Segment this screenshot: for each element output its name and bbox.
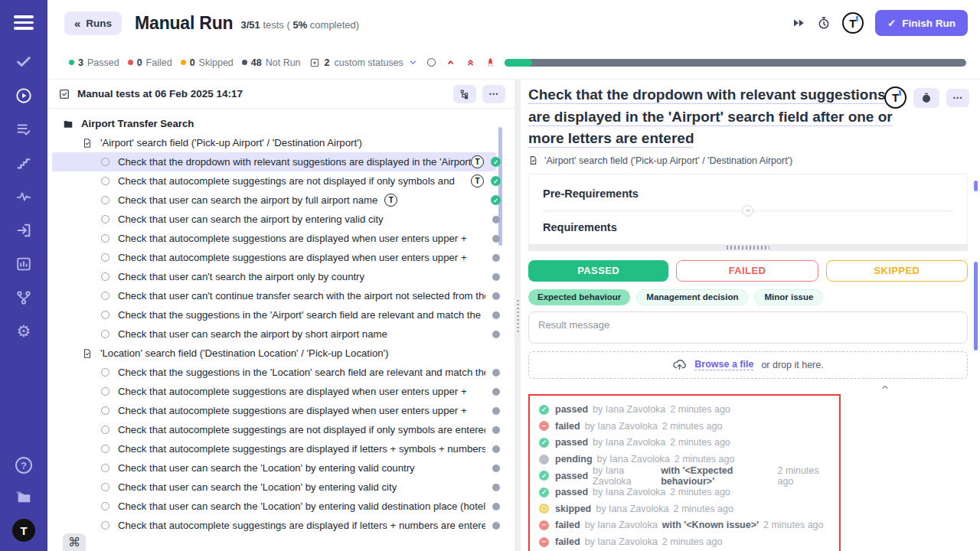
tree-row[interactable]: Check that autocomplete suggestings are … [47,516,514,535]
test-select-radio[interactable] [101,311,109,319]
status-notrun-icon [492,292,500,300]
tree-row[interactable]: 'Location' search field ('Destination Lo… [47,344,514,363]
tree-row[interactable]: Check that autocomplete suggestings are … [47,420,514,439]
section-resize-handle[interactable] [528,244,968,251]
panel-resize-gutter[interactable] [514,80,521,551]
back-to-runs-button[interactable]: « Runs [64,11,122,35]
tree-row[interactable]: Check that user can search the 'Location… [47,478,514,497]
tests-check-icon[interactable] [15,53,34,72]
tree-row[interactable]: Check that autocomplete suggestions are … [47,401,514,420]
tree-row[interactable]: Check that autocomplete suggestions are … [47,248,514,267]
status-notrun-icon [492,311,500,319]
test-select-radio[interactable] [101,330,109,338]
test-tree: Airport Transfer Search ✓ 'Airport' sea [47,109,514,551]
inbox-import-icon[interactable] [15,221,34,240]
test-select-radio[interactable] [101,196,109,204]
keyboard-shortcut-button[interactable]: ⌘ [63,533,86,551]
status-notrun-icon [492,426,500,434]
tree-row[interactable]: Check that autocomplete suggestions are … [47,229,514,248]
tree-row-label: Check that user can search the airport b… [118,194,377,206]
test-select-radio[interactable] [101,425,109,434]
reports-chart-icon[interactable] [15,255,34,274]
double-chevron-up-icon[interactable] [466,57,475,67]
test-select-radio[interactable] [101,234,109,243]
tree-panel-title: Manual tests at 06 Feb 2025 14:17 [77,88,243,99]
test-select-radio[interactable] [101,253,109,262]
shared-steps-icon[interactable] [15,154,34,173]
history-time: 2 minutes ago [670,404,730,415]
browse-file-link[interactable]: Browse a file [694,359,753,370]
failed-button[interactable]: FAILED [676,260,818,282]
test-plans-icon[interactable] [15,120,34,139]
result-tag[interactable]: Management decision [636,289,748,305]
tree-row[interactable]: Airport Transfer Search ✓ [47,114,514,133]
passed-button[interactable]: PASSED [528,260,668,282]
chevron-up-icon[interactable] [880,383,890,392]
tree-row[interactable]: Check that user can search the 'Location… [47,497,514,516]
activity-pulse-icon[interactable] [15,187,34,207]
skipped-button[interactable]: SKIPPED [826,260,968,282]
tree-row[interactable]: Check that user can't search the airport… [47,267,514,286]
runs-play-icon[interactable] [15,86,34,106]
detail-scrollbar-thumb[interactable] [974,262,978,350]
finish-run-button[interactable]: ✓ Finish Run [875,10,968,36]
tree-row[interactable]: Check that user can search the 'Location… [47,458,514,478]
tree-row[interactable]: Check that autocomplete suggestings are … [47,439,514,458]
test-select-radio[interactable] [101,483,109,491]
test-select-radio[interactable] [101,464,109,472]
rocket-icon[interactable] [485,57,495,67]
collapse-section-button[interactable] [742,205,753,217]
test-select-radio[interactable] [101,521,109,530]
timer-button[interactable] [913,88,939,108]
tree-row[interactable]: Check that user can search the airport b… [47,210,514,229]
circle-icon[interactable] [427,58,436,67]
detail-scrollbar-thumb[interactable] [974,181,978,191]
percent-completed: 5% [292,19,307,31]
result-tag[interactable]: Minor issue [754,289,823,305]
history-status-icon [539,471,549,481]
test-select-radio[interactable] [101,387,109,396]
resize-grip-icon [727,246,769,249]
tree-row[interactable]: Check that user can search the airport b… [47,324,514,344]
fast-forward-icon[interactable] [792,16,805,30]
test-select-radio[interactable] [101,158,109,166]
result-tag[interactable]: Expected behaviour [528,289,630,305]
menu-icon[interactable] [14,12,34,33]
tree-view-toggle-button[interactable] [453,85,476,103]
test-select-radio[interactable] [101,502,109,510]
test-select-radio[interactable] [101,445,109,453]
test-select-radio[interactable] [101,272,109,281]
detail-more-button[interactable]: ⋯ [946,89,969,107]
file-dropzone[interactable]: Browse a file or drop it here. [528,351,968,379]
test-select-radio[interactable] [101,368,109,377]
tree-row[interactable]: Check that user can search the airport b… [47,191,514,210]
tree-row[interactable]: Check that autocomplete suggestings are … [47,171,514,191]
tree-row[interactable]: Check that the suggestions in the 'Locat… [47,363,514,382]
tree-row-label: Check that autocomplete suggestions are … [118,252,467,263]
custom-statuses-dropdown[interactable]: 2 custom statuses [309,57,418,68]
timer-icon[interactable] [817,16,831,30]
chevron-up-icon[interactable] [446,57,456,67]
tree-scrollbar-thumb[interactable] [498,127,502,246]
test-select-radio[interactable] [101,177,109,185]
test-select-radio[interactable] [101,406,109,415]
tree-row[interactable]: Check that user can't continue transfer … [47,286,514,305]
test-select-radio[interactable] [101,215,109,223]
history-author: by Iana Zavoloka [596,504,668,514]
settings-gear-icon[interactable]: ⚙ [15,322,34,341]
tree-more-button[interactable]: ⋯ [482,85,505,103]
history-status: passed [555,487,588,497]
result-message-input[interactable] [528,311,968,344]
test-title[interactable]: Check that the dropdown with relevant su… [528,84,897,150]
help-icon[interactable]: ? [15,457,32,474]
test-select-radio[interactable] [101,292,109,300]
tree-row[interactable]: Check that autocomplete suggestions are … [47,382,514,401]
app-logo[interactable]: T [842,12,864,34]
milestones-branch-icon[interactable] [15,289,34,308]
tree-row[interactable]: 'Airport' search field ('Pick-up Airport… [47,133,514,152]
tree-row[interactable]: Check that the suggestions in the 'Airpo… [47,305,514,324]
projects-folder-icon[interactable] [15,487,34,506]
app-logo[interactable]: T [12,519,35,542]
tree-row[interactable]: Check that the dropdown with relevant su… [47,152,514,171]
history-author: by Iana Zavoloka [593,487,665,497]
